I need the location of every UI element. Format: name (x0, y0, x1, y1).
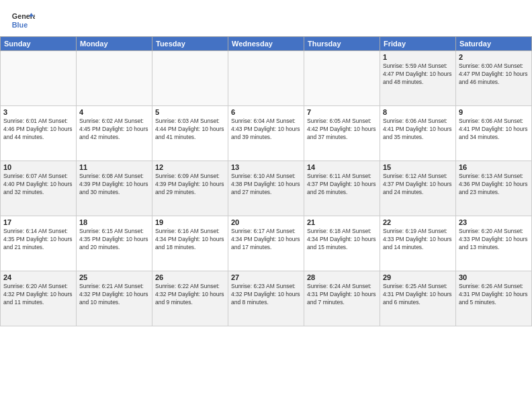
day-number: 10 (3, 163, 73, 171)
day-number: 25 (79, 273, 149, 281)
day-number: 15 (383, 163, 453, 171)
day-info: Sunrise: 6:19 AM Sunset: 4:33 PM Dayligh… (383, 228, 453, 252)
calendar-cell: 29Sunrise: 6:25 AM Sunset: 4:31 PM Dayli… (380, 271, 456, 326)
day-number: 24 (3, 273, 73, 281)
day-info: Sunrise: 6:08 AM Sunset: 4:39 PM Dayligh… (79, 173, 149, 197)
day-info: Sunrise: 6:11 AM Sunset: 4:37 PM Dayligh… (307, 173, 377, 197)
day-info: Sunrise: 6:23 AM Sunset: 4:32 PM Dayligh… (231, 283, 301, 307)
calendar-cell: 21Sunrise: 6:18 AM Sunset: 4:34 PM Dayli… (304, 216, 380, 271)
calendar-cell: 22Sunrise: 6:19 AM Sunset: 4:33 PM Dayli… (380, 216, 456, 271)
weekday-header: Wednesday (228, 37, 304, 51)
day-number: 2 (459, 53, 529, 61)
calendar-week-row: 24Sunrise: 6:20 AM Sunset: 4:32 PM Dayli… (1, 271, 532, 326)
calendar-cell: 11Sunrise: 6:08 AM Sunset: 4:39 PM Dayli… (77, 161, 152, 216)
calendar-cell: 5Sunrise: 6:03 AM Sunset: 4:44 PM Daylig… (152, 106, 228, 161)
svg-text:Blue: Blue (12, 21, 28, 29)
day-number: 18 (79, 218, 149, 226)
day-info: Sunrise: 6:25 AM Sunset: 4:31 PM Dayligh… (383, 283, 453, 307)
day-info: Sunrise: 6:04 AM Sunset: 4:43 PM Dayligh… (231, 118, 301, 142)
logo-icon: General Blue (11, 8, 35, 32)
calendar-cell: 1Sunrise: 5:59 AM Sunset: 4:47 PM Daylig… (380, 51, 456, 106)
calendar-cell: 17Sunrise: 6:14 AM Sunset: 4:35 PM Dayli… (1, 216, 77, 271)
day-number: 3 (3, 108, 73, 116)
weekday-header: Tuesday (152, 37, 228, 51)
day-info: Sunrise: 6:20 AM Sunset: 4:33 PM Dayligh… (459, 228, 529, 252)
calendar-cell: 9Sunrise: 6:06 AM Sunset: 4:41 PM Daylig… (456, 106, 532, 161)
day-number: 22 (383, 218, 453, 226)
day-number: 28 (307, 273, 377, 281)
calendar-cell: 3Sunrise: 6:01 AM Sunset: 4:46 PM Daylig… (1, 106, 77, 161)
calendar-cell: 12Sunrise: 6:09 AM Sunset: 4:39 PM Dayli… (152, 161, 228, 216)
calendar-cell: 24Sunrise: 6:20 AM Sunset: 4:32 PM Dayli… (1, 271, 77, 326)
day-info: Sunrise: 6:06 AM Sunset: 4:41 PM Dayligh… (383, 118, 453, 142)
day-number: 20 (231, 218, 301, 226)
day-info: Sunrise: 6:16 AM Sunset: 4:34 PM Dayligh… (155, 228, 225, 252)
day-number: 8 (383, 108, 453, 116)
day-number: 7 (307, 108, 377, 116)
day-info: Sunrise: 6:00 AM Sunset: 4:47 PM Dayligh… (459, 62, 529, 87)
day-info: Sunrise: 5:59 AM Sunset: 4:47 PM Dayligh… (383, 62, 453, 87)
day-info: Sunrise: 6:10 AM Sunset: 4:38 PM Dayligh… (231, 173, 301, 197)
day-info: Sunrise: 6:05 AM Sunset: 4:42 PM Dayligh… (307, 118, 377, 142)
day-info: Sunrise: 6:06 AM Sunset: 4:41 PM Dayligh… (459, 118, 529, 142)
day-number: 23 (459, 218, 529, 226)
calendar-cell (1, 51, 77, 106)
calendar-cell (77, 51, 152, 106)
header: General Blue (0, 0, 532, 36)
calendar-week-row: 1Sunrise: 5:59 AM Sunset: 4:47 PM Daylig… (1, 51, 532, 106)
day-info: Sunrise: 6:12 AM Sunset: 4:37 PM Dayligh… (383, 173, 453, 197)
day-number: 27 (231, 273, 301, 281)
day-number: 13 (231, 163, 301, 171)
calendar-cell: 20Sunrise: 6:17 AM Sunset: 4:34 PM Dayli… (228, 216, 304, 271)
calendar-header-row: SundayMondayTuesdayWednesdayThursdayFrid… (1, 37, 532, 51)
day-info: Sunrise: 6:21 AM Sunset: 4:32 PM Dayligh… (79, 283, 149, 307)
weekday-header: Saturday (456, 37, 532, 51)
day-info: Sunrise: 6:14 AM Sunset: 4:35 PM Dayligh… (3, 228, 73, 252)
day-number: 14 (307, 163, 377, 171)
day-info: Sunrise: 6:26 AM Sunset: 4:31 PM Dayligh… (459, 283, 529, 307)
calendar-cell: 19Sunrise: 6:16 AM Sunset: 4:34 PM Dayli… (152, 216, 228, 271)
calendar-cell: 15Sunrise: 6:12 AM Sunset: 4:37 PM Dayli… (380, 161, 456, 216)
calendar-week-row: 10Sunrise: 6:07 AM Sunset: 4:40 PM Dayli… (1, 161, 532, 216)
calendar-cell (228, 51, 304, 106)
weekday-header: Friday (380, 37, 456, 51)
calendar-cell: 30Sunrise: 6:26 AM Sunset: 4:31 PM Dayli… (456, 271, 532, 326)
day-number: 30 (459, 273, 529, 281)
day-number: 19 (155, 218, 225, 226)
day-info: Sunrise: 6:13 AM Sunset: 4:36 PM Dayligh… (459, 173, 529, 197)
day-number: 6 (231, 108, 301, 116)
day-info: Sunrise: 6:15 AM Sunset: 4:35 PM Dayligh… (79, 228, 149, 252)
day-number: 17 (3, 218, 73, 226)
day-number: 5 (155, 108, 225, 116)
day-info: Sunrise: 6:17 AM Sunset: 4:34 PM Dayligh… (231, 228, 301, 252)
day-info: Sunrise: 6:22 AM Sunset: 4:32 PM Dayligh… (155, 283, 225, 307)
calendar-cell: 10Sunrise: 6:07 AM Sunset: 4:40 PM Dayli… (1, 161, 77, 216)
weekday-header: Sunday (1, 37, 77, 51)
calendar-cell: 2Sunrise: 6:00 AM Sunset: 4:47 PM Daylig… (456, 51, 532, 106)
calendar-cell: 26Sunrise: 6:22 AM Sunset: 4:32 PM Dayli… (152, 271, 228, 326)
logo: General Blue (11, 8, 35, 32)
day-info: Sunrise: 6:20 AM Sunset: 4:32 PM Dayligh… (3, 283, 73, 307)
calendar-cell: 28Sunrise: 6:24 AM Sunset: 4:31 PM Dayli… (304, 271, 380, 326)
calendar-cell: 8Sunrise: 6:06 AM Sunset: 4:41 PM Daylig… (380, 106, 456, 161)
calendar-week-row: 17Sunrise: 6:14 AM Sunset: 4:35 PM Dayli… (1, 216, 532, 271)
calendar-cell: 13Sunrise: 6:10 AM Sunset: 4:38 PM Dayli… (228, 161, 304, 216)
day-number: 4 (79, 108, 149, 116)
calendar-body: 1Sunrise: 5:59 AM Sunset: 4:47 PM Daylig… (1, 51, 532, 326)
day-info: Sunrise: 6:01 AM Sunset: 4:46 PM Dayligh… (3, 118, 73, 142)
calendar-week-row: 3Sunrise: 6:01 AM Sunset: 4:46 PM Daylig… (1, 106, 532, 161)
weekday-header: Thursday (304, 37, 380, 51)
calendar-cell: 7Sunrise: 6:05 AM Sunset: 4:42 PM Daylig… (304, 106, 380, 161)
day-info: Sunrise: 6:02 AM Sunset: 4:45 PM Dayligh… (79, 118, 149, 142)
calendar-cell: 14Sunrise: 6:11 AM Sunset: 4:37 PM Dayli… (304, 161, 380, 216)
day-info: Sunrise: 6:03 AM Sunset: 4:44 PM Dayligh… (155, 118, 225, 142)
day-info: Sunrise: 6:24 AM Sunset: 4:31 PM Dayligh… (307, 283, 377, 307)
calendar-cell: 27Sunrise: 6:23 AM Sunset: 4:32 PM Dayli… (228, 271, 304, 326)
day-number: 9 (459, 108, 529, 116)
day-info: Sunrise: 6:09 AM Sunset: 4:39 PM Dayligh… (155, 173, 225, 197)
calendar-cell (304, 51, 380, 106)
calendar-cell: 25Sunrise: 6:21 AM Sunset: 4:32 PM Dayli… (77, 271, 152, 326)
calendar-cell (152, 51, 228, 106)
calendar-cell: 16Sunrise: 6:13 AM Sunset: 4:36 PM Dayli… (456, 161, 532, 216)
day-number: 16 (459, 163, 529, 171)
